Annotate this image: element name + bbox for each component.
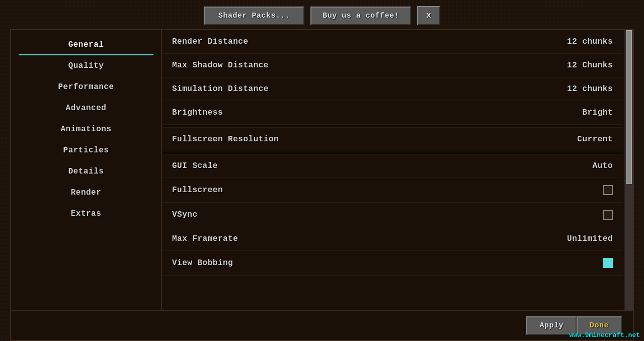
setting-value-brightness: Bright [582,108,613,117]
setting-gui-scale[interactable]: GUI Scale Auto [162,154,623,178]
setting-max-framerate[interactable]: Max Framerate Unlimited [162,227,623,251]
setting-label-simulation-distance: Simulation Distance [172,84,269,94]
settings-list: Render Distance 12 chunks Max Shadow Dis… [162,30,633,310]
setting-vsync[interactable]: VSync [162,203,623,227]
setting-value-max-shadow-distance: 12 Chunks [567,61,613,70]
sidebar: General Quality Performance Advanced Ani… [10,29,161,311]
sidebar-item-details[interactable]: Details [11,161,161,182]
sidebar-item-animations[interactable]: Animations [11,119,161,140]
setting-brightness[interactable]: Brightness Bright [162,101,623,125]
setting-simulation-distance[interactable]: Simulation Distance 12 chunks [162,77,623,101]
sidebar-item-particles[interactable]: Particles [11,140,161,161]
setting-label-fullscreen-resolution: Fullscreen Resolution [172,135,279,144]
buy-coffee-button[interactable]: Buy us a coffee! [310,7,411,25]
setting-value-render-distance: 12 chunks [567,37,613,46]
setting-fullscreen-resolution[interactable]: Fullscreen Resolution Current [162,128,623,151]
setting-label-gui-scale: GUI Scale [172,161,218,170]
setting-value-max-framerate: Unlimited [567,234,613,243]
settings-panel: Render Distance 12 chunks Max Shadow Dis… [161,29,634,311]
setting-label-max-shadow-distance: Max Shadow Distance [172,61,269,70]
scrollbar-track[interactable] [624,30,633,310]
main-content: General Quality Performance Advanced Ani… [10,29,634,311]
checkbox-view-bobbing[interactable] [603,258,613,268]
bottom-bar: Apply Done [10,311,634,341]
checkbox-vsync[interactable] [603,210,613,220]
setting-render-distance[interactable]: Render Distance 12 chunks [162,30,623,54]
setting-value-simulation-distance: 12 chunks [567,84,613,94]
setting-label-view-bobbing: View Bobbing [172,259,233,268]
scrollbar-thumb[interactable] [626,30,632,184]
watermark: www.9minecraft.net [570,331,640,339]
setting-label-fullscreen: Fullscreen [172,186,223,195]
setting-view-bobbing[interactable]: View Bobbing [162,251,623,276]
sidebar-item-advanced[interactable]: Advanced [11,98,161,119]
setting-value-fullscreen-resolution: Current [577,135,613,144]
setting-value-gui-scale: Auto [593,161,613,170]
checkbox-fullscreen[interactable] [603,185,613,195]
setting-label-max-framerate: Max Framerate [172,234,238,243]
setting-label-render-distance: Render Distance [172,37,249,46]
sidebar-item-general[interactable]: General [11,34,161,55]
close-button[interactable]: x [417,6,440,25]
sidebar-item-quality[interactable]: Quality [11,55,161,76]
setting-label-vsync: VSync [172,210,198,219]
setting-fullscreen[interactable]: Fullscreen [162,178,623,203]
sidebar-item-extras[interactable]: Extras [11,203,161,224]
setting-max-shadow-distance[interactable]: Max Shadow Distance 12 Chunks [162,54,623,77]
top-bar: Shader Packs... Buy us a coffee! x [0,0,644,29]
sidebar-item-render[interactable]: Render [11,182,161,203]
sidebar-item-performance[interactable]: Performance [11,76,161,98]
shader-packs-button[interactable]: Shader Packs... [204,7,304,25]
setting-label-brightness: Brightness [172,108,223,117]
